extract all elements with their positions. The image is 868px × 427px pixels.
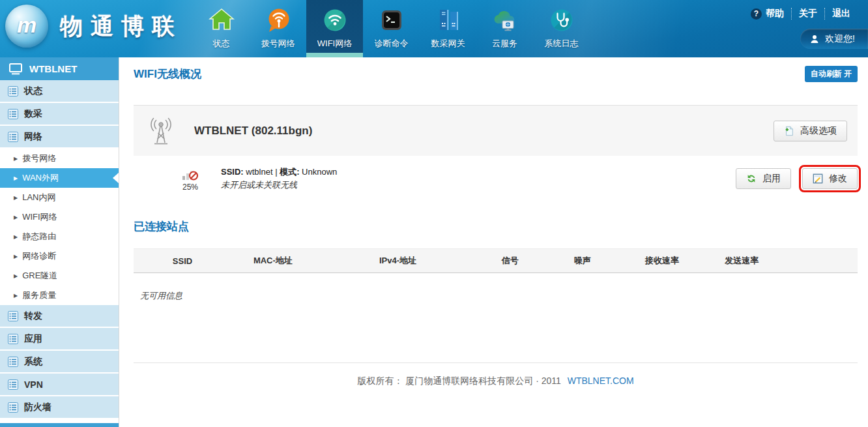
list-icon bbox=[8, 86, 18, 96]
broadcast-bubble-icon bbox=[265, 7, 291, 33]
copyright-text: 版权所有： 厦门物通博联网络科技有限公司 · 2011 bbox=[357, 375, 560, 386]
main-content: WIFI无线概况 自动刷新 开 WTBLNET (802.11bgn) 高级选项 bbox=[119, 57, 868, 427]
sidebar-item-data-collect[interactable]: 数采 bbox=[0, 103, 119, 125]
footer-divider bbox=[134, 362, 858, 363]
col-filler bbox=[785, 249, 858, 273]
nav-tab-system-log[interactable]: 系统日志 bbox=[533, 0, 590, 57]
sidebar-item-forward[interactable]: 转发 bbox=[0, 305, 119, 327]
cloud-monitor-icon bbox=[492, 7, 518, 33]
nav-tab-data-gateway[interactable]: 数采网关 bbox=[420, 0, 476, 57]
nav-tab-label: WIFI网络 bbox=[317, 38, 352, 50]
nav-tab-diagnostic-command[interactable]: 诊断命令 bbox=[363, 0, 420, 57]
enable-button[interactable]: 启用 bbox=[736, 168, 791, 189]
stethoscope-icon bbox=[549, 7, 575, 33]
welcome-badge: 欢迎您! bbox=[800, 29, 868, 49]
help-link[interactable]: 帮助 bbox=[744, 8, 791, 20]
nav-tab-label: 数采网关 bbox=[431, 38, 465, 50]
server-towers-icon bbox=[435, 7, 461, 33]
signal-disabled-icon bbox=[182, 166, 199, 181]
sidebar-item-application[interactable]: 应用 bbox=[0, 328, 119, 349]
wifi-info: SSID: wtblnet | 模式: Unknown 未开启或未关联无线 bbox=[221, 166, 337, 192]
col-signal: 信号 bbox=[481, 249, 539, 273]
edit-icon bbox=[813, 173, 823, 184]
list-icon bbox=[8, 402, 18, 413]
sidebar-item-wan[interactable]: WAN外网 bbox=[0, 168, 119, 188]
col-noise: 噪声 bbox=[539, 249, 626, 273]
sidebar-item-qos[interactable]: 服务质量 bbox=[0, 286, 119, 305]
separator: | bbox=[275, 167, 277, 177]
sidebar-item-gre-tunnel[interactable]: GRE隧道 bbox=[0, 266, 119, 286]
monitor-icon bbox=[9, 63, 22, 75]
home-icon bbox=[209, 7, 235, 33]
question-icon bbox=[751, 8, 762, 20]
mode-value: Unknown bbox=[302, 167, 337, 177]
wifi-overview-panel: WTBLNET (802.11bgn) 高级选项 bbox=[134, 105, 858, 156]
antenna-tower-icon bbox=[147, 117, 175, 145]
wifi-network-name: WTBLNET (802.11bgn) bbox=[194, 125, 312, 138]
stations-section-title: 已连接站点 bbox=[134, 219, 858, 234]
list-icon bbox=[8, 334, 18, 344]
sidebar-item-vpn[interactable]: VPN bbox=[0, 374, 119, 395]
sidebar-item-network[interactable]: 网络 bbox=[0, 126, 119, 147]
col-rx-rate: 接收速率 bbox=[626, 249, 698, 273]
nav-tab-dial-network[interactable]: 拨号网络 bbox=[250, 0, 306, 57]
nav-tab-label: 拨号网络 bbox=[261, 38, 295, 50]
top-header: m 物通博联 状态 拨号网络 WIFI网络 bbox=[0, 0, 868, 57]
ssid-line: SSID: wtblnet | 模式: Unknown bbox=[221, 166, 337, 179]
connected-stations-table: SSID MAC-地址 IPv4-地址 信号 噪声 接收速率 发送速率 bbox=[134, 248, 858, 273]
sidebar-item-static-route[interactable]: 静态路由 bbox=[0, 227, 119, 246]
page-plus-icon bbox=[784, 126, 794, 136]
ssid-value: wtblnet bbox=[246, 167, 272, 177]
nav-tab-label: 云服务 bbox=[492, 38, 517, 50]
col-tx-rate: 发送速率 bbox=[699, 249, 785, 273]
sidebar-item-firewall[interactable]: 防火墙 bbox=[0, 396, 119, 418]
sidebar-item-dial-network[interactable]: 拨号网络 bbox=[0, 149, 119, 168]
brand-logo: m 物通博联 bbox=[5, 5, 182, 48]
list-icon bbox=[8, 311, 18, 321]
sidebar-item-lan[interactable]: LAN内网 bbox=[0, 188, 119, 207]
nav-tab-cloud-service[interactable]: 云服务 bbox=[476, 0, 533, 57]
signal-block: 25% bbox=[179, 166, 202, 192]
nav-tab-wifi-network[interactable]: WIFI网络 bbox=[306, 0, 363, 57]
sidebar-bottom-strip bbox=[0, 423, 119, 427]
empty-table-message: 无可用信息 bbox=[140, 290, 858, 302]
list-icon bbox=[8, 132, 18, 142]
list-icon bbox=[8, 357, 18, 367]
col-ipv4: IPv4-地址 bbox=[315, 249, 482, 273]
logout-link[interactable]: 退出 bbox=[824, 8, 858, 20]
modify-button[interactable]: 修改 bbox=[802, 168, 858, 189]
welcome-text: 欢迎您! bbox=[825, 33, 855, 45]
nav-tab-status[interactable]: 状态 bbox=[193, 0, 250, 57]
sidebar-item-wifi[interactable]: WIFI网络 bbox=[0, 207, 119, 227]
col-ssid: SSID bbox=[134, 249, 231, 273]
col-mac: MAC-地址 bbox=[231, 249, 315, 273]
wifi-status-text: 未开启或未关联无线 bbox=[221, 179, 337, 192]
signal-percent: 25% bbox=[182, 183, 198, 192]
advanced-options-button[interactable]: 高级选项 bbox=[774, 121, 847, 141]
page-title: WIFI无线概况 bbox=[134, 66, 201, 81]
about-link[interactable]: 关于 bbox=[791, 8, 824, 20]
wifi-icon bbox=[322, 7, 348, 33]
nav-tab-label: 状态 bbox=[213, 38, 230, 50]
sidebar-item-status[interactable]: 状态 bbox=[0, 80, 119, 102]
sidebar: WTBLNET 状态 数采 网络 拨号网络 WAN外网 LAN内网 WIFI网络… bbox=[0, 57, 119, 427]
logo-sphere-icon: m bbox=[5, 5, 48, 48]
brand-name: 物通博联 bbox=[60, 11, 182, 42]
sidebar-item-system[interactable]: 系统 bbox=[0, 351, 119, 372]
list-icon bbox=[8, 109, 18, 119]
terminal-icon bbox=[379, 7, 405, 33]
list-icon bbox=[8, 379, 18, 390]
table-header-row: SSID MAC-地址 IPv4-地址 信号 噪声 接收速率 发送速率 bbox=[134, 249, 858, 273]
header-links: 帮助 关于 退出 bbox=[744, 8, 858, 20]
device-name: WTBLNET bbox=[29, 63, 77, 74]
footer-link[interactable]: WTBLNET.COM bbox=[568, 375, 634, 386]
sidebar-device-header: WTBLNET bbox=[0, 57, 119, 80]
nav-tab-label: 系统日志 bbox=[545, 38, 579, 50]
wifi-status-row: 25% SSID: wtblnet | 模式: Unknown 未开启或未关联无… bbox=[134, 156, 858, 201]
user-icon bbox=[810, 35, 819, 44]
top-navigation: 状态 拨号网络 WIFI网络 bbox=[193, 0, 590, 57]
sidebar-item-network-diagnosis[interactable]: 网络诊断 bbox=[0, 246, 119, 266]
refresh-icon bbox=[746, 173, 757, 184]
footer: 版权所有： 厦门物通博联网络科技有限公司 · 2011 WTBLNET.COM bbox=[134, 375, 858, 387]
auto-refresh-toggle[interactable]: 自动刷新 开 bbox=[805, 66, 858, 82]
